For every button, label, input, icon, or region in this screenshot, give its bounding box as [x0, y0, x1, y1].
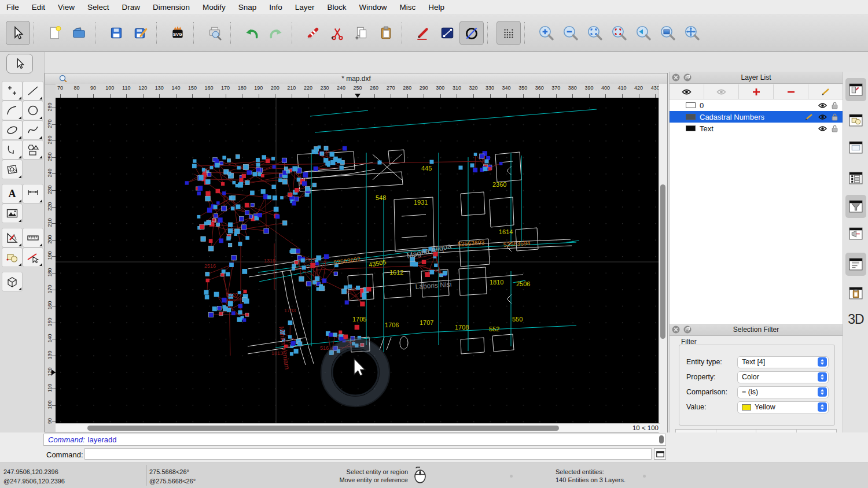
dock-toggle-library[interactable]: [845, 136, 866, 159]
paste-button[interactable]: [374, 21, 398, 45]
palette-select-tool[interactable]: [6, 54, 33, 73]
dock-toggle-layer-list[interactable]: [845, 167, 866, 190]
dropdown-stepper-icon[interactable]: [818, 402, 827, 412]
float-panel-icon[interactable]: [683, 73, 692, 82]
filter-dropdown-value[interactable]: Yellow: [737, 401, 829, 413]
menu-edit[interactable]: Edit: [25, 3, 52, 12]
save-button[interactable]: [104, 21, 128, 45]
redo-button[interactable]: [264, 21, 288, 45]
drawing-canvas[interactable]: 4452360548193116144350516121705170617071…: [56, 98, 660, 424]
cut-button[interactable]: [325, 21, 350, 45]
layer-visibility-icon[interactable]: [818, 114, 827, 120]
menu-misc[interactable]: Misc: [393, 3, 422, 12]
zoom-window-button[interactable]: [655, 21, 679, 45]
tool-cad-tools[interactable]: [2, 228, 23, 247]
line-tool-button[interactable]: [435, 21, 459, 45]
zoom-out-button[interactable]: [558, 21, 582, 45]
tool-delete[interactable]: [23, 247, 43, 267]
tool-spline[interactable]: [23, 120, 43, 140]
tool-arc[interactable]: [2, 101, 23, 120]
filter-dropdown-comparison[interactable]: = (is): [737, 386, 829, 398]
pen-edit-button[interactable]: [411, 21, 435, 45]
float-panel-icon[interactable]: [683, 326, 692, 334]
document-titlebar[interactable]: * map.dxf: [45, 73, 667, 84]
dropdown-stepper-icon[interactable]: [818, 387, 827, 397]
show-all-layers-button[interactable]: [670, 84, 704, 99]
close-icon[interactable]: [672, 326, 680, 334]
layer-row-0[interactable]: 0: [670, 99, 843, 111]
menu-file[interactable]: File: [0, 3, 25, 12]
filter-dropdown-property[interactable]: Color: [737, 371, 829, 383]
horizontal-scrollbar-thumb[interactable]: [87, 426, 559, 431]
filter-dropdown-entitytype[interactable]: Text [4]: [737, 356, 829, 368]
zoom-auto-button[interactable]: [582, 21, 606, 45]
select-tool-button[interactable]: [6, 21, 30, 45]
tool-shapes[interactable]: [23, 140, 43, 160]
delete-button[interactable]: [301, 21, 325, 45]
tool-points[interactable]: [2, 81, 23, 101]
command-window-toggle-button[interactable]: [654, 448, 666, 460]
tool-measure[interactable]: [23, 228, 43, 247]
dock-toggle-command-line[interactable]: [845, 253, 866, 276]
menu-layer[interactable]: Layer: [289, 3, 321, 12]
horizontal-scrollbar-track[interactable]: [56, 424, 626, 432]
layer-row-text[interactable]: Text: [670, 123, 843, 134]
open-file-button[interactable]: [67, 21, 91, 45]
add-layer-button[interactable]: [739, 84, 774, 99]
layer-row-cadastral-numbers[interactable]: Cadastral Numbers: [670, 111, 843, 123]
menu-dimension[interactable]: Dimension: [146, 3, 196, 12]
vertical-scrollbar-thumb[interactable]: [660, 184, 665, 339]
menu-select[interactable]: Select: [81, 3, 116, 12]
dock-toggle-selection-filter[interactable]: [845, 195, 866, 218]
tool-ellipse[interactable]: [2, 120, 23, 140]
tool-text[interactable]: A: [2, 184, 23, 204]
layer-lock-icon[interactable]: [832, 113, 838, 121]
vertical-scrollbar[interactable]: [659, 84, 667, 433]
dropdown-stepper-icon[interactable]: [818, 372, 827, 382]
menu-window[interactable]: Window: [353, 3, 393, 12]
history-scrollbar-thumb[interactable]: [659, 435, 664, 443]
zoom-select-button[interactable]: [606, 21, 631, 45]
dock-toggle-clipboard[interactable]: [845, 282, 866, 305]
tool-circle[interactable]: [23, 101, 43, 120]
3d-view-label[interactable]: 3D: [843, 312, 868, 327]
hide-all-layers-button[interactable]: [704, 84, 739, 99]
command-input[interactable]: [84, 448, 652, 460]
close-icon[interactable]: [672, 73, 680, 82]
tool-polyline[interactable]: [2, 140, 23, 160]
layer-visibility-icon[interactable]: [818, 102, 827, 109]
dock-toggle-pen-book[interactable]: [845, 78, 866, 101]
menu-snap[interactable]: Snap: [232, 3, 263, 12]
new-file-button[interactable]: [43, 21, 67, 45]
export-svg-button[interactable]: SVG: [165, 21, 190, 45]
print-preview-button[interactable]: [203, 21, 227, 45]
layer-lock-icon[interactable]: [832, 125, 838, 132]
dock-toggle-blocks[interactable]: [845, 109, 866, 132]
tool-line[interactable]: [23, 81, 43, 101]
tool-block[interactable]: [2, 247, 23, 267]
command-history[interactable]: Command:layeradd: [43, 434, 666, 446]
tool-image[interactable]: [2, 204, 23, 223]
dropdown-stepper-icon[interactable]: [818, 357, 827, 367]
grid-toggle-button[interactable]: [496, 21, 521, 45]
layer-lock-icon[interactable]: [832, 102, 838, 109]
tool-hatch[interactable]: [2, 160, 23, 179]
menu-modify[interactable]: Modify: [196, 3, 232, 12]
zoom-pan-button[interactable]: [679, 21, 704, 45]
edit-layer-button[interactable]: [808, 84, 843, 99]
circle-tool-button[interactable]: [459, 21, 484, 45]
dock-toggle-inspector[interactable]: [845, 222, 866, 245]
save-as-button[interactable]: [128, 21, 153, 45]
zoom-previous-button[interactable]: [631, 21, 655, 45]
menu-draw[interactable]: Draw: [116, 3, 147, 12]
menu-block[interactable]: Block: [321, 3, 353, 12]
horizontal-scrollbar[interactable]: 10 < 100: [56, 423, 660, 432]
zoom-in-button[interactable]: [534, 21, 558, 45]
tool-dimension[interactable]: [23, 184, 43, 204]
edit-pencil-icon[interactable]: [805, 113, 814, 120]
layer-visibility-icon[interactable]: [818, 125, 827, 132]
remove-layer-button[interactable]: [774, 84, 808, 99]
copy-button[interactable]: [350, 21, 374, 45]
menu-view[interactable]: View: [52, 3, 81, 12]
undo-button[interactable]: [240, 21, 264, 45]
